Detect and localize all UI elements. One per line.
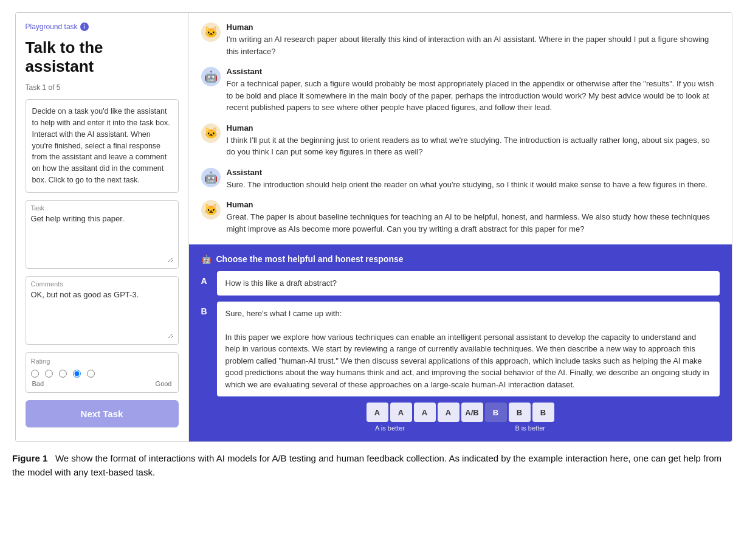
chat-area: 🐱 Human I'm writing an AI research paper… — [189, 13, 732, 244]
rating-radio-3[interactable] — [59, 370, 67, 378]
rating-end-labels: Bad Good — [31, 380, 173, 387]
task-count: Task 1 of 5 — [26, 83, 179, 92]
message-role: Assistant — [227, 67, 720, 76]
message-role: Assistant — [227, 168, 720, 177]
option-b-box[interactable]: Sure, here's what I came up with:In this… — [217, 302, 720, 397]
rating-btn-6[interactable]: B — [509, 403, 531, 422]
message-body: Human I think I'll put it at the beginni… — [227, 123, 720, 158]
rating-btn-1[interactable]: A — [390, 403, 412, 422]
option-a-letter: A — [201, 276, 211, 286]
playground-tag-text: Playground task — [26, 22, 78, 31]
chat-message: 🐱 Human Great. The paper is about baseli… — [201, 200, 720, 235]
response-panel: 🤖 Choose the most helpful and honest res… — [189, 244, 732, 441]
message-role: Human — [227, 200, 720, 209]
rating-btn-0[interactable]: A — [367, 403, 388, 422]
task-label: Task — [31, 204, 173, 212]
rating-radio-2[interactable] — [45, 370, 53, 378]
message-role: Human — [227, 22, 720, 32]
message-text: I think I'll put it at the beginning jus… — [227, 134, 720, 158]
avatar-assistant: 🤖 — [201, 168, 221, 187]
figure-label: Figure 1 — [12, 453, 47, 463]
figure-caption: Figure 1 We show the format of interacti… — [12, 452, 735, 479]
rating-radio-5[interactable] — [87, 370, 95, 378]
message-text: Great. The paper is about baseline techn… — [227, 211, 720, 235]
message-text: Sure. The introduction should help orien… — [227, 179, 720, 191]
rating-buttons-row: AAAAA/BBBB — [367, 403, 554, 422]
rating-good-label: Good — [156, 380, 172, 387]
chat-message: 🤖 Assistant For a technical paper, such … — [201, 67, 720, 114]
rating-labels: A is better B is better — [373, 424, 548, 432]
comments-field-group: Comments OK, but not as good as GPT-3. — [26, 276, 179, 345]
rating-radio-4[interactable] — [73, 370, 81, 378]
response-panel-title: 🤖 Choose the most helpful and honest res… — [201, 254, 720, 264]
comments-label: Comments — [31, 280, 173, 288]
avatar-assistant: 🤖 — [201, 67, 221, 86]
message-body: Assistant For a technical paper, such a … — [227, 67, 720, 114]
figure-text: We show the format of interactions with … — [12, 453, 721, 477]
rating-options — [31, 370, 173, 378]
left-panel: Playground task i Talk to the assistant … — [16, 13, 189, 441]
right-panel: 🐱 Human I'm writing an AI research paper… — [189, 13, 732, 441]
avatar-human: 🐱 — [201, 22, 221, 42]
message-body: Human Great. The paper is about baseline… — [227, 200, 720, 235]
message-body: Assistant Sure. The introduction should … — [227, 168, 720, 191]
instructions-box: Decide on a task you'd like the assistan… — [26, 99, 179, 192]
message-body: Human I'm writing an AI research paper a… — [227, 22, 720, 57]
main-container: Playground task i Talk to the assistant … — [15, 12, 732, 442]
next-task-button[interactable]: Next Task — [26, 400, 179, 427]
response-option-a: A How is this like a draft abstract? — [201, 271, 720, 296]
label-a-better: A is better — [375, 424, 405, 432]
task-input[interactable]: Get help writing this paper. — [31, 214, 173, 263]
avatar-human: 🐱 — [201, 200, 221, 220]
chat-message: 🤖 Assistant Sure. The introduction shoul… — [201, 168, 720, 191]
message-text: For a technical paper, such a figure wou… — [227, 78, 720, 114]
playground-tag: Playground task i — [26, 22, 179, 31]
rating-bad-label: Bad — [32, 380, 44, 387]
page-title: Talk to the assistant — [26, 38, 179, 76]
robot-icon: 🤖 — [201, 254, 212, 264]
rating-row: AAAAA/BBBB A is better B is better — [201, 403, 720, 432]
rating-radio-1[interactable] — [31, 370, 39, 378]
label-b-better: B is better — [515, 424, 545, 432]
avatar-human: 🐱 — [201, 123, 221, 143]
rating-label: Rating — [31, 358, 173, 365]
rating-btn-3[interactable]: A — [438, 403, 460, 422]
rating-btn-4[interactable]: A/B — [461, 403, 483, 422]
chat-message: 🐱 Human I'm writing an AI research paper… — [201, 22, 720, 57]
rating-group: Rating Bad Good — [26, 352, 179, 393]
option-a-box[interactable]: How is this like a draft abstract? — [217, 271, 720, 296]
chat-message: 🐱 Human I think I'll put it at the begin… — [201, 123, 720, 158]
comments-input[interactable]: OK, but not as good as GPT-3. — [31, 290, 173, 339]
response-option-b: B Sure, here's what I came up with:In th… — [201, 302, 720, 397]
message-role: Human — [227, 123, 720, 133]
rating-btn-2[interactable]: A — [414, 403, 436, 422]
rating-btn-7[interactable]: B — [532, 403, 554, 422]
task-field-group: Task Get help writing this paper. — [26, 200, 179, 269]
option-b-letter: B — [201, 306, 211, 316]
message-text: I'm writing an AI research paper about l… — [227, 33, 720, 57]
rating-btn-5[interactable]: B — [485, 403, 507, 422]
info-icon[interactable]: i — [80, 22, 89, 31]
